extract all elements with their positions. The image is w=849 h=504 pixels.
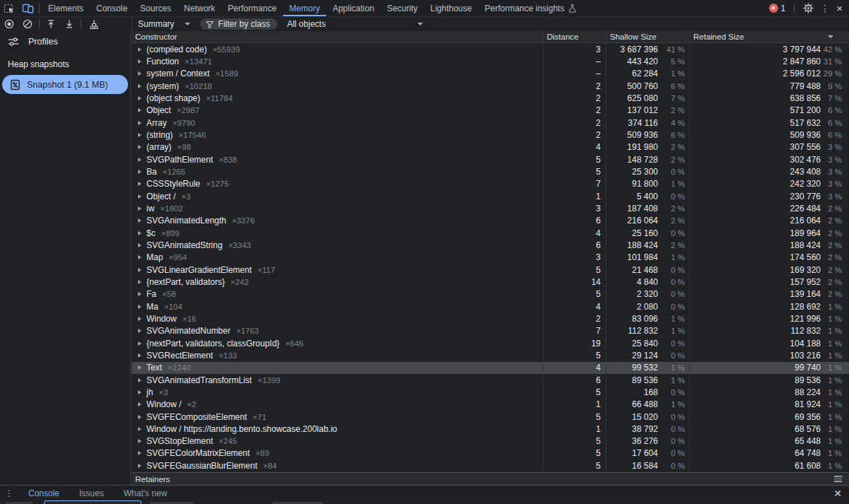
column-header-retained-size[interactable]: Retained Size <box>689 31 849 42</box>
table-row[interactable]: SVGRectElement ×133 5 29 124 0 % 103 216… <box>132 349 849 361</box>
expand-arrow-icon[interactable] <box>138 415 142 419</box>
expand-arrow-icon[interactable] <box>138 231 142 235</box>
table-row[interactable]: Array ×9790 2 374 116 4 % 517 632 6 % <box>132 117 849 129</box>
table-row[interactable]: Window / ×2 1 66 488 1 % 81 924 1 % <box>132 399 849 411</box>
table-row[interactable]: SVGAnimatedTransformList ×1399 6 89 536 … <box>132 374 849 386</box>
tab-performance[interactable]: Performance <box>221 0 283 16</box>
expand-arrow-icon[interactable] <box>138 218 142 223</box>
expand-arrow-icon[interactable] <box>138 206 142 211</box>
expand-arrow-icon[interactable] <box>138 47 142 52</box>
load-profile-button[interactable] <box>42 19 60 29</box>
table-row[interactable]: SVGAnimatedNumber ×1763 7 112 832 1 % 11… <box>132 325 849 337</box>
expand-arrow-icon[interactable] <box>138 329 142 333</box>
table-row[interactable]: Window / https://landing.bento.showcase.… <box>132 423 849 435</box>
expand-arrow-icon[interactable] <box>138 268 142 272</box>
expand-arrow-icon[interactable] <box>138 59 142 64</box>
tab-security[interactable]: Security <box>381 0 424 16</box>
expand-arrow-icon[interactable] <box>138 182 142 186</box>
snapshot-item[interactable]: Snapshot 1 (9.1 MB) <box>2 75 128 94</box>
tab-performance-insights[interactable]: Performance insights <box>478 0 583 16</box>
expand-arrow-icon[interactable] <box>138 317 142 321</box>
table-row[interactable]: {nextPart, validators, classGroupId} ×64… <box>132 337 849 349</box>
tab-application[interactable]: Application <box>326 0 381 16</box>
drawer-close-button[interactable]: ✕ <box>833 488 849 499</box>
expand-arrow-icon[interactable] <box>138 292 142 296</box>
table-row[interactable]: SVGAnimatedLength ×3376 6 216 064 2 % 21… <box>132 215 849 227</box>
retainers-section-header[interactable]: Retainers <box>132 472 849 485</box>
expand-arrow-icon[interactable] <box>138 402 142 406</box>
table-row[interactable]: (array) ×98 4 191 980 2 % 307 556 3 % <box>132 141 849 153</box>
filter-by-class-input[interactable]: Filter by class <box>200 18 277 30</box>
table-row[interactable]: Object / ×3 1 5 400 0 % 230 776 3 % <box>132 190 849 202</box>
table-row[interactable]: Fa ×58 5 2 320 0 % 139 164 2 % <box>132 288 849 300</box>
table-row[interactable]: {nextPart, validators} ×242 14 4 840 0 %… <box>132 276 849 288</box>
table-row[interactable]: SVGPathElement ×838 5 148 728 2 % 302 47… <box>132 153 849 165</box>
close-devtools-button[interactable]: × <box>836 3 843 13</box>
expand-arrow-icon[interactable] <box>138 464 142 468</box>
table-row[interactable]: SVGLinearGradientElement ×117 5 21 468 0… <box>132 264 849 276</box>
expand-arrow-icon[interactable] <box>138 427 142 431</box>
expand-arrow-icon[interactable] <box>138 390 142 394</box>
table-row[interactable]: Map ×954 3 101 984 1 % 174 560 2 % <box>132 252 849 264</box>
expand-arrow-icon[interactable] <box>138 341 142 346</box>
table-row[interactable]: jh ×3 5 168 0 % 88 224 1 % <box>132 386 849 398</box>
tab-network[interactable]: Network <box>178 0 221 16</box>
table-row[interactable]: Ba ×1265 5 25 300 0 % 243 408 3 % <box>132 165 849 177</box>
expand-arrow-icon[interactable] <box>138 121 142 125</box>
expand-arrow-icon[interactable] <box>138 243 142 247</box>
table-row[interactable]: $c ×899 4 25 160 0 % 189 964 2 % <box>132 227 849 239</box>
error-count-badge[interactable]: ✕ 1 <box>769 4 786 13</box>
toggle-device-toolbar-button[interactable] <box>18 0 37 16</box>
objects-filter-select[interactable]: All objects <box>282 19 429 29</box>
tab-lighthouse[interactable]: Lighthouse <box>424 0 478 16</box>
clear-profiles-button[interactable] <box>18 19 37 29</box>
inspect-element-button[interactable] <box>0 0 18 16</box>
table-row[interactable]: iw ×1802 3 187 408 2 % 226 484 2 % <box>132 202 849 214</box>
tab-sources[interactable]: Sources <box>134 0 178 16</box>
table-row[interactable]: SVGFEGaussianBlurElement ×84 5 16 584 0 … <box>132 459 849 471</box>
tab-console[interactable]: Console <box>90 0 134 16</box>
expand-arrow-icon[interactable] <box>138 378 142 382</box>
table-row[interactable]: Ma ×104 4 2 080 0 % 128 692 1 % <box>132 300 849 312</box>
drawer-tab-console[interactable]: Console <box>18 488 69 498</box>
drawer-more-tools-button[interactable]: ⋮ <box>0 488 18 498</box>
column-header-constructor[interactable]: Constructor <box>132 31 543 42</box>
expand-arrow-icon[interactable] <box>138 194 142 199</box>
expand-arrow-icon[interactable] <box>138 439 142 443</box>
expand-arrow-icon[interactable] <box>138 255 142 259</box>
column-header-shallow-size[interactable]: Shallow Size <box>606 31 689 42</box>
table-row[interactable]: SVGFECompositeElement ×71 5 15 020 0 % 6… <box>132 411 849 423</box>
table-row[interactable]: system / Context ×1589 – 62 284 1 % 2 59… <box>132 68 849 80</box>
expand-arrow-icon[interactable] <box>138 365 142 370</box>
tab-elements[interactable]: Elements <box>42 0 90 16</box>
more-options-button[interactable]: ⋮ <box>820 4 830 13</box>
table-row[interactable]: (string) ×17546 2 509 936 6 % 509 936 6 … <box>132 129 849 141</box>
table-row[interactable]: SVGFEColorMatrixElement ×89 5 17 604 0 %… <box>132 447 849 459</box>
expand-arrow-icon[interactable] <box>138 84 142 88</box>
drawer-tab-issues[interactable]: Issues <box>69 488 114 498</box>
table-row[interactable]: (object shape) ×11784 2 625 080 7 % 638 … <box>132 92 849 104</box>
expand-arrow-icon[interactable] <box>138 145 142 149</box>
table-row[interactable]: Object ×2987 2 137 012 2 % 571 200 6 % <box>132 105 849 117</box>
expand-arrow-icon[interactable] <box>138 353 142 358</box>
table-row[interactable]: (system) ×10218 2 500 760 6 % 779 488 9 … <box>132 80 849 92</box>
tab-memory[interactable]: Memory <box>283 0 326 16</box>
table-row[interactable]: Text ×1240 4 99 532 1 % 99 740 1 % <box>132 362 849 374</box>
expand-arrow-icon[interactable] <box>138 71 142 76</box>
table-row[interactable]: Window ×16 2 83 096 1 % 121 996 1 % <box>132 312 849 324</box>
table-row[interactable]: SVGStopElement ×245 5 36 276 0 % 65 448 … <box>132 435 849 447</box>
drawer-tab-what-s-new[interactable]: What's new <box>114 488 178 498</box>
expand-arrow-icon[interactable] <box>138 158 142 162</box>
sort-direction-icon[interactable] <box>828 35 833 38</box>
perspective-select[interactable]: Summary <box>132 19 196 29</box>
expand-arrow-icon[interactable] <box>138 108 142 112</box>
table-row[interactable]: Function ×13471 – 443 420 5 % 2 847 860 … <box>132 55 849 67</box>
expand-arrow-icon[interactable] <box>138 170 142 174</box>
expand-arrow-icon[interactable] <box>138 96 142 100</box>
table-row[interactable]: SVGAnimatedString ×3343 6 188 424 2 % 18… <box>132 239 849 251</box>
tune-icon[interactable] <box>8 36 19 47</box>
save-profile-button[interactable] <box>60 19 79 29</box>
record-heap-snapshot-button[interactable] <box>0 19 18 29</box>
settings-button[interactable] <box>803 3 814 13</box>
expand-arrow-icon[interactable] <box>138 280 142 284</box>
